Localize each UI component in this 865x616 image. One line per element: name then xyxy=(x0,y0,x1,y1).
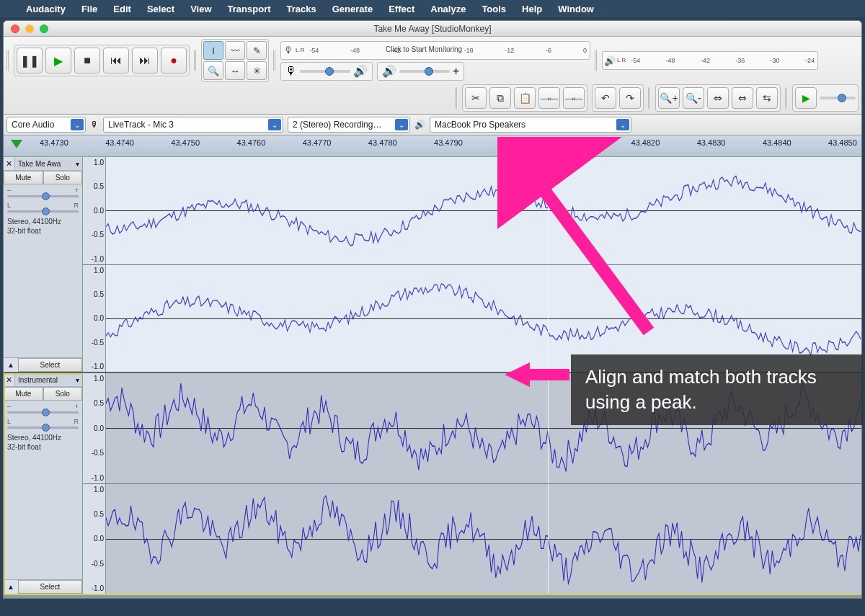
collapse-button[interactable]: ▲ xyxy=(4,580,18,594)
chevron-down-icon: ⌄ xyxy=(71,119,84,130)
collapse-button[interactable]: ▲ xyxy=(4,358,18,372)
track-select-button[interactable]: Select xyxy=(18,358,82,372)
menu-tracks[interactable]: Tracks xyxy=(287,4,316,14)
grip-icon[interactable] xyxy=(455,87,458,109)
solo-button[interactable]: Solo xyxy=(43,387,83,401)
timeshift-tool-icon[interactable]: ↔ xyxy=(225,61,245,80)
track-name-menu[interactable]: Instrumental▾ xyxy=(15,375,82,385)
cut-button[interactable]: ✂ xyxy=(465,87,487,109)
playback-speed-slider[interactable] xyxy=(820,97,856,99)
play-at-speed-toolbar: ▶ xyxy=(792,84,859,112)
grip-icon[interactable] xyxy=(6,50,9,71)
grip-icon[interactable] xyxy=(648,87,651,109)
envelope-tool-icon[interactable]: 〰 xyxy=(225,41,245,60)
gain-slider[interactable]: –+ xyxy=(4,184,82,200)
mic-icon: 🎙 xyxy=(281,45,296,55)
recording-channels-combo[interactable]: 2 (Stereo) Recording…⌄ xyxy=(288,117,410,133)
timeline-ruler[interactable]: 43.4730 43.4740 43.4750 43.4760 43.4770 … xyxy=(4,135,861,157)
menu-window[interactable]: Window xyxy=(558,4,594,14)
zoom-toolbar: 🔍+ 🔍- ⇔ ⇔ ⇆ xyxy=(655,84,781,112)
gain-slider[interactable]: –+ xyxy=(4,401,82,416)
recording-device-combo[interactable]: LiveTrack - Mic 3⌄ xyxy=(103,117,283,133)
vertical-scale[interactable]: 1.0 0.5 0.0 -0.5 -1.0 xyxy=(83,373,106,483)
skip-end-button[interactable]: ⏭ xyxy=(132,48,158,73)
menu-transport[interactable]: Transport xyxy=(228,4,271,14)
recording-volume-slider[interactable]: 🎙🔊 xyxy=(280,62,373,81)
menu-tools[interactable]: Tools xyxy=(482,4,506,14)
audio-host-combo[interactable]: Core Audio⌄ xyxy=(6,117,86,133)
silence-button[interactable]: ⟞⟝ xyxy=(563,87,585,109)
track-control-panel: ✕ Instrumental▾ Mute Solo –+ LR xyxy=(4,373,83,594)
stop-button[interactable]: ■ xyxy=(74,48,100,73)
redo-button[interactable]: ↷ xyxy=(619,87,641,109)
tools-toolbar: I 〰 ✎ 🔍 ↔ ✳ xyxy=(201,39,269,82)
draw-tool-icon[interactable]: ✎ xyxy=(247,41,267,60)
menu-edit[interactable]: Edit xyxy=(113,4,131,14)
play-indicator-icon[interactable] xyxy=(11,140,22,148)
vertical-scale[interactable]: 1.0 0.5 0.0 -0.5 -1.0 xyxy=(83,484,106,594)
solo-button[interactable]: Solo xyxy=(43,171,83,184)
toolbar-area: ❚❚ ▶ ■ ⏮ ⏭ ● I 〰 ✎ 🔍 ↔ ✳ 🎙 L R xyxy=(4,37,861,115)
mic-icon: 🎙 xyxy=(90,120,99,130)
undo-toolbar: ↶ ↷ xyxy=(592,84,644,112)
titlebar[interactable]: Take Me Away [StudioMonkey] xyxy=(4,21,861,37)
grip-icon[interactable] xyxy=(273,50,276,71)
paste-button[interactable]: 📋 xyxy=(514,87,536,109)
grip-icon[interactable] xyxy=(595,50,598,71)
vertical-scale[interactable]: 1.0 0.5 0.0 -0.5 -1.0 xyxy=(83,157,106,264)
undo-button[interactable]: ↶ xyxy=(595,87,616,109)
menu-file[interactable]: File xyxy=(81,4,97,14)
device-toolbar: Core Audio⌄ 🎙 LiveTrack - Mic 3⌄ 2 (Ster… xyxy=(4,115,861,135)
speaker-icon: 🔊 xyxy=(603,55,617,66)
mute-button[interactable]: Mute xyxy=(4,171,43,184)
trim-button[interactable]: ⟞⟝ xyxy=(538,87,560,109)
pan-slider[interactable]: LR xyxy=(4,416,82,431)
app-window: Take Me Away [StudioMonkey] ❚❚ ▶ ■ ⏮ ⏭ ●… xyxy=(3,20,862,599)
fit-selection-button[interactable]: ⇔ xyxy=(707,87,729,109)
app-name[interactable]: Audacity xyxy=(26,4,66,14)
zoom-tool-icon[interactable]: 🔍 xyxy=(203,61,223,80)
zoom-toggle-button[interactable]: ⇆ xyxy=(756,87,778,109)
track-select-button[interactable]: Select xyxy=(18,580,82,594)
playback-device-combo[interactable]: MacBook Pro Speakers⌄ xyxy=(430,117,631,133)
zoom-in-button[interactable]: 🔍+ xyxy=(658,87,680,109)
copy-button[interactable]: ⧉ xyxy=(489,87,511,109)
track-name-menu[interactable]: Take Me Awa▾ xyxy=(15,159,82,169)
menu-view[interactable]: View xyxy=(190,4,211,14)
annotation-arrow-icon xyxy=(497,137,670,346)
skip-start-button[interactable]: ⏮ xyxy=(103,48,129,73)
pause-button[interactable]: ❚❚ xyxy=(17,48,43,73)
track-close-button[interactable]: ✕ xyxy=(4,157,15,170)
track-body[interactable]: 1.0 0.5 0.0 -0.5 -1.0 1.0 0 xyxy=(83,157,861,372)
mute-button[interactable]: Mute xyxy=(4,387,43,401)
play-button[interactable]: ▶ xyxy=(45,48,71,73)
waveform-display[interactable] xyxy=(106,484,861,594)
grip-icon[interactable] xyxy=(785,87,788,109)
playback-meter[interactable]: 🔊 L R -54 -48 -42 -36 -30 -24 xyxy=(602,51,818,70)
meter-lr-label: L R xyxy=(617,58,628,63)
fit-project-button[interactable]: ⇔ xyxy=(732,87,753,109)
selection-tool-icon[interactable]: I xyxy=(203,41,223,60)
track-close-button[interactable]: ✕ xyxy=(4,373,15,386)
grip-icon[interactable] xyxy=(194,50,197,71)
record-button[interactable]: ● xyxy=(161,48,187,73)
multi-tool-icon[interactable]: ✳ xyxy=(247,61,267,80)
playhead-line xyxy=(548,373,549,483)
playback-volume-slider[interactable]: 🔊+ xyxy=(377,62,464,81)
menu-effect[interactable]: Effect xyxy=(389,4,414,14)
menu-analyze[interactable]: Analyze xyxy=(430,4,466,14)
waveform-display[interactable] xyxy=(106,157,861,264)
meter-hint[interactable]: Click to Start Monitoring xyxy=(386,45,462,53)
menu-select[interactable]: Select xyxy=(147,4,174,14)
svg-line-1 xyxy=(515,151,649,331)
mac-menubar[interactable]: Audacity File Edit Select View Transport… xyxy=(0,0,865,17)
menu-generate[interactable]: Generate xyxy=(332,4,373,14)
pan-slider[interactable]: LR xyxy=(4,200,82,215)
zoom-out-button[interactable]: 🔍- xyxy=(683,87,704,109)
recording-meter[interactable]: 🎙 L R -54 -48 -42 -18 -12 -6 0 Click to … xyxy=(280,41,590,60)
chevron-down-icon: ⌄ xyxy=(616,119,629,130)
play-at-speed-button[interactable]: ▶ xyxy=(795,87,817,109)
menu-help[interactable]: Help xyxy=(522,4,542,14)
playhead-line xyxy=(548,484,549,594)
vertical-scale[interactable]: 1.0 0.5 0.0 -0.5 -1.0 xyxy=(83,265,106,372)
